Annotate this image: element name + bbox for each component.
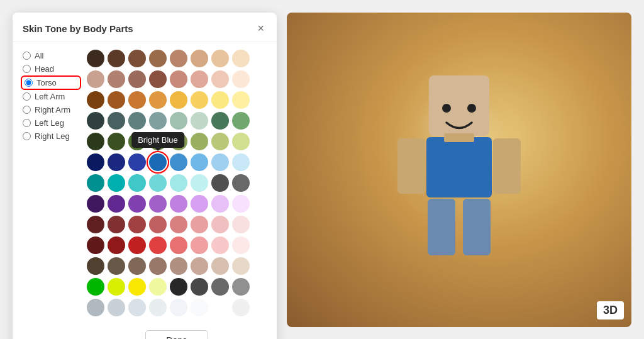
color-dot[interactable]: [170, 299, 187, 316]
radio-torso[interactable]: Torso: [23, 77, 79, 88]
radio-head[interactable]: Head: [23, 64, 79, 74]
color-dot[interactable]: [108, 216, 125, 233]
color-dot[interactable]: [170, 91, 187, 109]
color-dot[interactable]: [87, 153, 104, 171]
radio-right-leg[interactable]: Right Leg: [23, 131, 79, 141]
color-dot[interactable]: [211, 112, 229, 130]
color-dot[interactable]: [128, 299, 146, 316]
color-dot[interactable]: [232, 195, 250, 213]
color-dot[interactable]: [191, 216, 208, 233]
color-dot[interactable]: [149, 236, 167, 254]
color-dot[interactable]: [232, 153, 250, 171]
close-button[interactable]: ×: [255, 21, 267, 35]
color-dot[interactable]: [170, 112, 187, 130]
color-dot[interactable]: [108, 70, 125, 88]
color-dot[interactable]: [191, 299, 208, 316]
color-dot[interactable]: [149, 133, 167, 150]
color-dot[interactable]: [128, 278, 146, 296]
color-dot[interactable]: [87, 133, 104, 150]
color-dot[interactable]: [170, 257, 187, 275]
color-dot[interactable]: [149, 50, 167, 67]
color-dot[interactable]: [149, 195, 167, 213]
color-dot[interactable]: [232, 174, 250, 192]
color-dot[interactable]: [211, 195, 229, 213]
color-dot[interactable]: [191, 257, 208, 275]
color-dot[interactable]: [149, 257, 167, 275]
color-dot[interactable]: [211, 70, 229, 88]
color-dot[interactable]: [128, 91, 146, 109]
color-dot[interactable]: [170, 133, 187, 150]
color-dot[interactable]: [191, 50, 208, 67]
color-dot[interactable]: [108, 133, 125, 150]
color-dot[interactable]: [128, 216, 146, 233]
color-dot[interactable]: [211, 133, 229, 150]
color-dot[interactable]: [108, 91, 125, 109]
color-dot[interactable]: [232, 216, 250, 233]
color-dot[interactable]: [149, 278, 167, 296]
color-dot[interactable]: [108, 153, 125, 171]
radio-all[interactable]: All: [23, 51, 79, 60]
color-dot[interactable]: [170, 195, 187, 213]
color-dot[interactable]: [232, 91, 250, 109]
color-dot[interactable]: [108, 50, 125, 67]
color-dot[interactable]: [108, 195, 125, 213]
color-dot[interactable]: [232, 257, 250, 275]
color-dot[interactable]: [108, 278, 125, 296]
color-dot[interactable]: [191, 133, 208, 150]
color-dot[interactable]: Bright Blue: [149, 153, 167, 171]
color-dot[interactable]: [170, 216, 187, 233]
color-dot[interactable]: [108, 112, 125, 130]
color-dot[interactable]: [108, 299, 125, 316]
color-dot[interactable]: [211, 50, 229, 67]
color-dot[interactable]: [87, 112, 104, 130]
color-dot[interactable]: [87, 299, 104, 316]
color-dot[interactable]: [128, 236, 146, 254]
color-dot[interactable]: [128, 195, 146, 213]
color-dot[interactable]: [170, 153, 187, 171]
color-dot[interactable]: [128, 50, 146, 67]
done-button[interactable]: Done: [145, 330, 208, 339]
color-dot[interactable]: [87, 257, 104, 275]
color-dot[interactable]: [149, 91, 167, 109]
color-dot[interactable]: [191, 174, 208, 192]
color-dot[interactable]: [191, 70, 208, 88]
color-dot[interactable]: [191, 195, 208, 213]
color-dot[interactable]: [149, 70, 167, 88]
color-dot[interactable]: [211, 236, 229, 254]
color-dot[interactable]: [87, 50, 104, 67]
color-dot[interactable]: [232, 70, 250, 88]
color-dot[interactable]: [170, 278, 187, 296]
color-dot[interactable]: [170, 174, 187, 192]
color-dot[interactable]: [128, 112, 146, 130]
color-dot[interactable]: [149, 174, 167, 192]
color-dot[interactable]: [128, 133, 146, 150]
color-dot[interactable]: [108, 257, 125, 275]
radio-left-arm[interactable]: Left Arm: [23, 92, 79, 101]
color-dot[interactable]: [211, 299, 229, 316]
color-dot[interactable]: [87, 91, 104, 109]
color-dot[interactable]: [211, 278, 229, 296]
color-dot[interactable]: [211, 216, 229, 233]
color-dot[interactable]: [232, 112, 250, 130]
radio-left-leg[interactable]: Left Leg: [23, 118, 79, 128]
color-dot[interactable]: [170, 236, 187, 254]
color-dot[interactable]: [232, 278, 250, 296]
color-dot[interactable]: [87, 236, 104, 254]
color-dot[interactable]: [87, 195, 104, 213]
color-dot[interactable]: [87, 70, 104, 88]
color-dot[interactable]: [211, 153, 229, 171]
color-dot[interactable]: [128, 257, 146, 275]
color-dot[interactable]: [191, 278, 208, 296]
radio-right-arm[interactable]: Right Arm: [23, 105, 79, 114]
color-dot[interactable]: [170, 70, 187, 88]
color-dot[interactable]: [87, 216, 104, 233]
color-dot[interactable]: [232, 236, 250, 254]
color-dot[interactable]: [211, 91, 229, 109]
color-dot[interactable]: [149, 112, 167, 130]
color-dot[interactable]: [211, 174, 229, 192]
color-dot[interactable]: [232, 50, 250, 67]
color-dot[interactable]: [232, 299, 250, 316]
color-dot[interactable]: [211, 257, 229, 275]
color-dot[interactable]: [191, 236, 208, 254]
color-dot[interactable]: [191, 91, 208, 109]
